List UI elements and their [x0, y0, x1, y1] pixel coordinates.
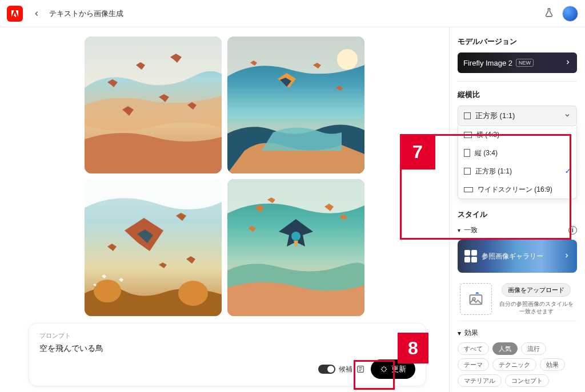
effects-label: 効果: [464, 328, 478, 338]
upload-dropzone[interactable]: [460, 283, 492, 315]
effect-chip[interactable]: テーマ: [458, 358, 489, 371]
generated-image-1[interactable]: [85, 37, 222, 173]
ratio-icon: [464, 187, 473, 192]
aspect-option[interactable]: ワイドスクリーン (16:9): [458, 180, 576, 199]
settings-sidebar: モデルバージョン Firefly Image 2 NEW 縦横比 正方形 (1:…: [449, 27, 585, 392]
upload-row: 画像をアップロード 自分の参照画像のスタイルを一致させます: [458, 278, 577, 321]
svg-point-3: [291, 232, 300, 241]
prompt-bar: プロンプト 空を飛んでいる鳥 候補 更新: [29, 323, 426, 386]
effect-chip[interactable]: マテリアル: [458, 374, 502, 387]
chevron-right-icon: [563, 252, 570, 261]
image-grid: [85, 37, 364, 316]
model-section-title: モデルバージョン: [458, 37, 577, 47]
effect-chip[interactable]: 効果: [540, 358, 565, 371]
top-bar: テキストから画像生成: [0, 0, 585, 27]
aspect-option[interactable]: 横 (4:3): [458, 126, 576, 144]
check-icon: ✓: [565, 167, 571, 175]
upload-description: 自分の参照画像のスタイルを一致させます: [498, 300, 575, 315]
ratio-icon: [464, 132, 472, 138]
divider: [458, 81, 577, 82]
annotation-callout-8: 8: [398, 333, 428, 363]
aspect-option-label: 横 (4:3): [476, 130, 499, 140]
options-icon[interactable]: [356, 365, 365, 374]
sparkle-icon: [380, 365, 388, 373]
prompt-label: プロンプト: [39, 332, 415, 340]
model-name: Firefly Image 2: [463, 59, 512, 67]
svg-point-1: [94, 280, 121, 302]
canvas-area: プロンプト 空を飛んでいる鳥 候補 更新 8: [0, 27, 449, 392]
generated-image-2[interactable]: [227, 37, 364, 173]
aspect-selected-label: 正方形 (1:1): [475, 111, 515, 121]
aspect-option-label: 正方形 (1:1): [475, 167, 512, 176]
chevron-right-icon: [564, 59, 571, 67]
adobe-logo[interactable]: [7, 6, 23, 22]
prompt-text[interactable]: 空を飛んでいる鳥: [39, 343, 415, 354]
toggle-switch-icon: [318, 365, 335, 374]
generated-image-3[interactable]: [85, 179, 222, 316]
ratio-icon: [464, 149, 470, 157]
effect-chip[interactable]: テクニック: [492, 358, 536, 371]
chevron-down-icon: [564, 112, 571, 120]
aspect-section-title: 縦横比: [458, 90, 577, 100]
ratio-icon: [464, 168, 471, 175]
aspect-option-label: 縦 (3:4): [475, 148, 498, 158]
candidate-label: 候補: [339, 365, 352, 374]
candidate-toggle[interactable]: 候補: [318, 365, 365, 374]
generated-image-4[interactable]: [227, 179, 364, 316]
image-upload-icon: [468, 291, 484, 307]
effect-chip[interactable]: すべて: [458, 342, 489, 355]
effects-row[interactable]: ▾ 効果: [458, 328, 577, 338]
chevron-down-icon: ▾: [458, 329, 461, 337]
match-label: 一致: [464, 225, 478, 235]
aspect-option-label: ワイドスクリーン (16:9): [478, 185, 552, 195]
gallery-label: 参照画像ギャラリー: [482, 252, 543, 261]
user-avatar[interactable]: [562, 6, 578, 22]
aspect-option[interactable]: 縦 (3:4): [458, 144, 576, 162]
effect-chip[interactable]: 人気: [492, 342, 518, 355]
effect-chips: すべて人気流行テーマテクニック効果マテリアルコンセプト: [458, 342, 577, 387]
model-selector[interactable]: Firefly Image 2 NEW: [458, 52, 577, 73]
svg-point-0: [337, 49, 358, 70]
aspect-ratio-select[interactable]: 正方形 (1:1): [458, 106, 577, 126]
model-badge: NEW: [516, 59, 534, 67]
match-row[interactable]: ▾ 一致 i: [458, 225, 577, 235]
chevron-down-icon: ▾: [458, 227, 460, 233]
update-button-label: 更新: [391, 364, 406, 374]
square-ratio-icon: [464, 112, 471, 119]
upload-button[interactable]: 画像をアップロード: [502, 283, 571, 297]
page-title: テキストから画像生成: [49, 9, 123, 19]
style-section-title: スタイル: [458, 209, 577, 220]
labs-icon[interactable]: [544, 7, 554, 19]
effect-chip[interactable]: コンセプト: [505, 374, 549, 387]
back-button[interactable]: [30, 7, 43, 21]
annotation-callout-7: 7: [400, 134, 435, 169]
svg-point-2: [178, 281, 208, 306]
aspect-option[interactable]: 正方形 (1:1)✓: [458, 162, 576, 180]
grid-icon: [464, 250, 477, 262]
aspect-ratio-menu: 横 (4:3)縦 (3:4)正方形 (1:1)✓ワイドスクリーン (16:9): [458, 126, 577, 199]
info-icon[interactable]: i: [568, 226, 577, 235]
effect-chip[interactable]: 流行: [521, 342, 546, 355]
reference-gallery-button[interactable]: 参照画像ギャラリー: [458, 240, 577, 273]
